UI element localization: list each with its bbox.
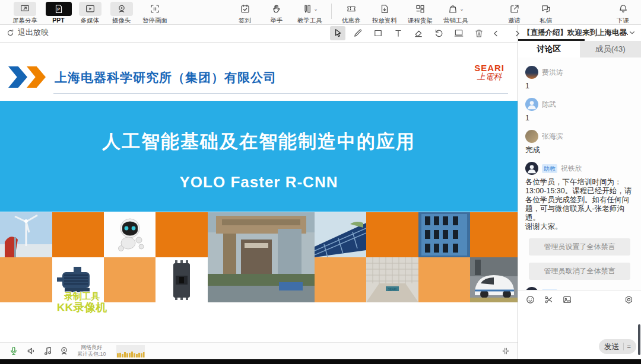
microphone-icon[interactable] bbox=[8, 346, 19, 356]
toolbar-item-marketing-tools[interactable]: ⌄营销工具 bbox=[438, 0, 474, 25]
toolbar-group-share: 屏幕分享PPPT多媒体摄像头暂停画面 bbox=[7, 0, 173, 25]
photo-test-rack bbox=[418, 212, 470, 257]
multimedia-icon bbox=[79, 2, 101, 16]
toolbar-item-label: 课程货架 bbox=[408, 17, 433, 25]
course-shelf-icon bbox=[409, 2, 431, 16]
send-label: 发送 bbox=[604, 341, 620, 352]
speaker-icon[interactable] bbox=[26, 346, 37, 356]
coupon-icon bbox=[340, 2, 363, 16]
eraser-tool-button[interactable] bbox=[411, 26, 426, 40]
toolbar-item-camera[interactable]: 摄像头 bbox=[106, 0, 137, 25]
pause-screen-icon bbox=[144, 2, 166, 16]
chat-message: 张海滨完成 bbox=[525, 130, 634, 155]
avatar bbox=[525, 98, 538, 111]
toolbar-item-private-message[interactable]: 私信 bbox=[530, 0, 561, 25]
undo-tool-button[interactable] bbox=[431, 26, 446, 40]
rectangle-tool-button[interactable] bbox=[370, 26, 386, 40]
message-input[interactable] bbox=[518, 305, 641, 334]
tile-orange-dark bbox=[52, 212, 104, 257]
sender-name: 陈武 bbox=[542, 100, 556, 110]
recorder-watermark-line2: KK录像机 bbox=[42, 301, 122, 314]
bottom-status-bar: 网络良好 累计丢包:10 bbox=[0, 342, 518, 360]
delete-tool-button[interactable] bbox=[471, 26, 487, 40]
toolbar-item-label: 邀请 bbox=[508, 17, 521, 25]
annotation-tools bbox=[330, 26, 487, 40]
toolbar-item-raise-hand[interactable]: 举手 bbox=[261, 0, 292, 25]
next-slide-button[interactable] bbox=[509, 26, 525, 40]
checkin-icon bbox=[234, 2, 256, 16]
message-composer: 发送 = bbox=[518, 290, 641, 360]
pen-tool-button[interactable] bbox=[350, 26, 366, 40]
prev-slide-button[interactable] bbox=[488, 26, 503, 40]
avatar bbox=[525, 66, 538, 79]
send-options-icon[interactable]: = bbox=[627, 343, 631, 350]
exit-presentation-label: 退出放映 bbox=[18, 27, 49, 38]
recorder-watermark-line1: 录制工具 bbox=[42, 291, 122, 301]
tab-members[interactable]: 成员(43) bbox=[580, 41, 641, 58]
sidebar-tabs: 讨论区 成员(43) bbox=[518, 41, 641, 58]
music-icon[interactable] bbox=[43, 346, 53, 356]
slide-area: 上海电器科学研究所（集团）有限公司 SEARI 上電科 人工智能基础及在智能制造… bbox=[0, 42, 518, 342]
toolbar-item-invite[interactable]: 邀请 bbox=[499, 0, 530, 25]
toolbar-item-label: 暂停画面 bbox=[142, 17, 167, 25]
session-header[interactable]: 【直播介绍】欢迎来到上海电器... bbox=[518, 24, 641, 41]
scissors-icon[interactable] bbox=[544, 295, 554, 305]
top-toolbar: 屏幕分享PPPT多媒体摄像头暂停画面 签到举手⌄教学工具优惠券投放资料课程货架⌄… bbox=[0, 0, 641, 25]
webcam-icon[interactable] bbox=[59, 346, 69, 356]
seari-logo-text: SEARI bbox=[474, 63, 504, 73]
send-divider bbox=[623, 343, 624, 350]
screen-share-icon bbox=[14, 2, 36, 16]
private-message-icon bbox=[535, 2, 557, 16]
toolbar-item-label: 教学工具 bbox=[297, 17, 322, 25]
toolbar-item-ppt[interactable]: PPPT bbox=[43, 0, 74, 24]
tab-discussion[interactable]: 讨论区 bbox=[518, 41, 580, 58]
tile-orange-light bbox=[315, 257, 366, 302]
toolbar-item-multimedia[interactable]: 多媒体 bbox=[74, 0, 106, 25]
chat-message-list[interactable]: 费洪涛1陈武1张海滨完成助教祝铁欣各位学员，下午培训时间为：13:00-15:3… bbox=[518, 58, 641, 290]
toolbar-item-teaching-tools[interactable]: ⌄教学工具 bbox=[292, 0, 328, 25]
slide-subtitle: YOLO Faster R-CNN bbox=[0, 173, 518, 191]
exit-presentation-icon bbox=[6, 28, 15, 37]
seari-logo: SEARI 上電科 bbox=[474, 63, 504, 81]
raise-hand-icon bbox=[265, 2, 288, 16]
sidebar-scrollbar[interactable] bbox=[638, 324, 640, 355]
photo-robot bbox=[104, 212, 156, 257]
chevron-down-icon[interactable] bbox=[628, 28, 636, 37]
message-text: 1 bbox=[525, 82, 634, 91]
whiteboard-tool-button[interactable] bbox=[451, 26, 467, 40]
toolbar-item-materials[interactable]: 投放资料 bbox=[367, 0, 402, 25]
slide-title: 人工智能基础及在智能制造中的应用 bbox=[0, 129, 518, 154]
toolbar-item-screen-share[interactable]: 屏幕分享 bbox=[7, 0, 43, 25]
message-text: 1 bbox=[525, 114, 634, 123]
toolbar-item-end-class[interactable]: 下课 bbox=[607, 0, 639, 25]
assistant-badge: 助教 bbox=[542, 164, 557, 173]
svg-text:SEARI: SEARI bbox=[388, 288, 396, 291]
toolbar-item-label: 私信 bbox=[540, 17, 552, 25]
toolbar-item-label: 举手 bbox=[270, 17, 283, 25]
toolbar-item-label: 营销工具 bbox=[443, 17, 468, 25]
slide-photo-collage: SEARI bbox=[0, 212, 518, 302]
teaching-tools-icon: ⌄ bbox=[299, 2, 321, 16]
message-text: 完成 bbox=[525, 146, 634, 155]
chat-message: 费洪涛1 bbox=[525, 66, 634, 91]
photo-circuit-breaker bbox=[156, 257, 208, 302]
chat-message: 助教祝铁欣各位学员，下午培训时间为：13:00-15:30。课程已经开始，请各位… bbox=[525, 162, 634, 231]
toolbar-item-course-shelf[interactable]: 课程货架 bbox=[402, 0, 438, 25]
send-button[interactable]: 发送 = bbox=[599, 339, 636, 354]
toolbar-item-pause-screen[interactable]: 暂停画面 bbox=[137, 0, 173, 25]
system-notice: 管理员设置了全体禁言 bbox=[529, 238, 630, 256]
toolbar-item-checkin[interactable]: 签到 bbox=[229, 0, 261, 25]
sender-name: 祝铁欣 bbox=[561, 164, 582, 174]
app-window: 屏幕分享PPPT多媒体摄像头暂停画面 签到举手⌄教学工具优惠券投放资料课程货架⌄… bbox=[0, 0, 641, 364]
session-title: 【直播介绍】欢迎来到上海电器... bbox=[523, 28, 628, 38]
collapse-view-icon[interactable] bbox=[501, 346, 510, 356]
chat-settings-gear-icon[interactable] bbox=[624, 295, 634, 305]
tile-orange-light bbox=[418, 257, 470, 302]
exit-presentation-button[interactable]: 退出放映 bbox=[6, 27, 49, 38]
toolbar-item-coupon[interactable]: 优惠券 bbox=[335, 0, 367, 25]
image-icon[interactable] bbox=[562, 295, 572, 305]
toolbar-group-end: 下课 bbox=[607, 0, 639, 25]
text-tool-button[interactable] bbox=[391, 26, 406, 40]
select-tool-button[interactable] bbox=[330, 26, 345, 40]
emoji-icon[interactable] bbox=[525, 295, 535, 305]
